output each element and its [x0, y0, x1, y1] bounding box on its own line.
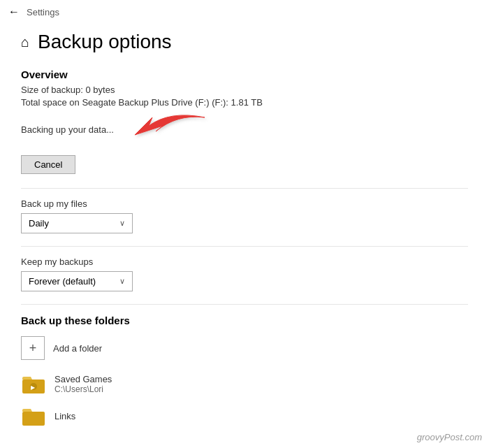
folder-item-saved-games[interactable]: ▶ Saved Games C:\Users\Lori — [21, 371, 468, 396]
keep-backups-dropdown[interactable]: Forever (default) ∨ — [21, 271, 133, 291]
folder-item-links[interactable]: Links — [21, 403, 468, 428]
add-folder-icon: + — [21, 336, 45, 360]
keep-backups-section: Keep my backups Forever (default) ∨ — [21, 256, 468, 291]
divider-1 — [21, 188, 468, 189]
main-content: ⌂ Backup options Overview Size of backup… — [0, 24, 489, 448]
overview-section: Overview Size of backup: 0 bytes Total s… — [21, 68, 468, 174]
home-icon: ⌂ — [21, 34, 29, 50]
add-folder-label: Add a folder — [53, 343, 102, 354]
page-title: Backup options — [38, 31, 171, 53]
backup-frequency-label: Back up my files — [21, 198, 468, 209]
overview-title: Overview — [21, 68, 468, 80]
folder-icon: ▶ — [21, 371, 46, 396]
add-folder-row[interactable]: + Add a folder — [21, 336, 468, 360]
svg-rect-3 — [22, 412, 45, 426]
svg-text:▶: ▶ — [31, 384, 36, 391]
red-arrow-icon — [121, 110, 212, 145]
folders-section-title: Back up these folders — [21, 315, 468, 326]
folder-icon-links — [21, 403, 46, 428]
backup-frequency-value: Daily — [29, 218, 49, 229]
divider-2 — [21, 246, 468, 247]
backup-frequency-section: Back up my files Daily ∨ — [21, 198, 468, 233]
saved-games-path: C:\Users\Lori — [54, 384, 112, 394]
title-bar: ← Settings — [0, 0, 489, 24]
saved-games-folder-icon: ▶ — [21, 371, 46, 396]
backing-up-text: Backing up your data... — [21, 124, 114, 135]
total-space: Total space on Seagate Backup Plus Drive… — [21, 97, 468, 108]
backup-frequency-dropdown[interactable]: Daily ∨ — [21, 213, 133, 233]
folders-section: Back up these folders + Add a folder ▶ S… — [21, 315, 468, 428]
page-header: ⌂ Backup options — [21, 31, 468, 53]
size-of-backup: Size of backup: 0 bytes — [21, 85, 468, 95]
divider-3 — [21, 304, 468, 305]
keep-backups-label: Keep my backups — [21, 256, 468, 267]
links-name: Links — [54, 411, 75, 421]
links-info: Links — [54, 411, 75, 421]
arrow-indicator — [121, 110, 212, 148]
saved-games-name: Saved Games — [54, 374, 112, 384]
app-name: Settings — [27, 7, 59, 17]
links-folder-icon — [21, 403, 46, 428]
watermark: groovyPost.com — [417, 432, 482, 442]
backup-frequency-chevron-icon: ∨ — [119, 219, 125, 228]
keep-backups-value: Forever (default) — [29, 276, 96, 287]
back-button[interactable]: ← — [8, 6, 20, 18]
keep-backups-chevron-icon: ∨ — [119, 277, 125, 286]
saved-games-info: Saved Games C:\Users\Lori — [54, 374, 112, 394]
cancel-button[interactable]: Cancel — [21, 155, 75, 174]
backing-up-line: Backing up your data... — [21, 110, 468, 148]
